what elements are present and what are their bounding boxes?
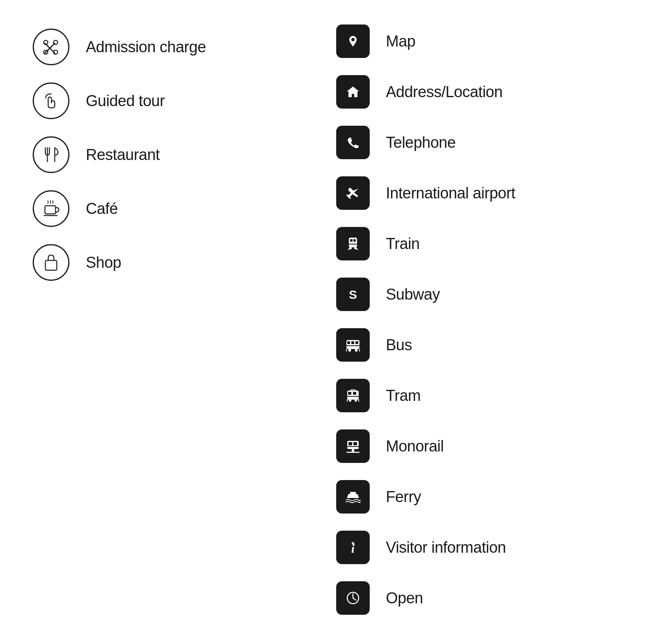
main-container: Admission charge Guided tour — [33, 24, 639, 627]
visitor-info-icon: i — [336, 531, 370, 564]
svg-rect-53 — [348, 442, 352, 445]
svg-rect-19 — [349, 238, 357, 247]
svg-point-35 — [348, 349, 351, 352]
tram-icon — [336, 379, 370, 412]
guided-tour-icon — [33, 82, 69, 119]
shop-icon — [33, 244, 69, 281]
list-item: Open — [336, 581, 640, 615]
subway-icon: S — [336, 278, 370, 311]
svg-rect-41 — [348, 392, 351, 395]
list-item: S Subway — [336, 278, 640, 311]
right-column: Map Address/Location Telep — [336, 24, 640, 627]
airport-icon — [336, 176, 370, 210]
svg-rect-59 — [350, 492, 356, 494]
ferry-label: Ferry — [386, 488, 421, 506]
svg-rect-31 — [347, 341, 350, 344]
svg-rect-12 — [45, 260, 57, 270]
address-label: Address/Location — [386, 83, 503, 101]
restaurant-icon — [33, 136, 69, 173]
list-item: Tram — [336, 379, 640, 412]
train-label: Train — [386, 235, 420, 253]
svg-point-14 — [351, 38, 355, 41]
bus-icon — [336, 328, 370, 362]
svg-text:S: S — [348, 288, 357, 301]
list-item: Restaurant — [33, 136, 336, 173]
guided-tour-label: Guided tour — [86, 92, 165, 110]
list-item: Admission charge — [33, 29, 336, 65]
subway-label: Subway — [386, 286, 440, 303]
list-item: Map — [336, 24, 640, 58]
list-item: Guided tour — [33, 82, 336, 119]
open-icon — [336, 581, 370, 615]
monorail-label: Monorail — [386, 438, 444, 455]
svg-rect-10 — [45, 206, 56, 214]
restaurant-label: Restaurant — [86, 146, 160, 164]
list-item: Train — [336, 227, 640, 260]
shop-label: Shop — [86, 254, 121, 271]
left-column: Admission charge Guided tour — [33, 24, 336, 627]
svg-point-45 — [355, 399, 357, 402]
map-label: Map — [386, 33, 415, 50]
svg-point-36 — [355, 349, 357, 352]
admission-charge-icon — [33, 29, 69, 65]
open-label: Open — [386, 589, 423, 607]
list-item: Telephone — [336, 126, 640, 159]
svg-rect-16 — [345, 134, 361, 151]
list-item: Café — [33, 190, 336, 227]
svg-rect-54 — [353, 442, 357, 445]
tram-label: Tram — [386, 387, 421, 405]
monorail-icon — [336, 429, 370, 463]
list-item: Bus — [336, 328, 640, 362]
cafe-label: Café — [86, 200, 118, 218]
admission-charge-label: Admission charge — [86, 38, 206, 56]
telephone-label: Telephone — [386, 134, 456, 151]
list-item: Ferry — [336, 480, 640, 514]
svg-rect-20 — [350, 239, 353, 242]
visitor-info-label: Visitor information — [386, 539, 506, 556]
map-icon — [336, 24, 370, 58]
svg-point-44 — [349, 399, 351, 402]
telephone-icon — [336, 126, 370, 159]
svg-rect-21 — [353, 239, 356, 242]
svg-rect-33 — [355, 341, 358, 344]
bus-label: Bus — [386, 336, 412, 354]
cafe-icon — [33, 190, 69, 227]
list-item: Shop — [33, 244, 336, 281]
address-icon — [336, 75, 370, 109]
list-item: Monorail — [336, 429, 640, 463]
train-icon — [336, 227, 370, 260]
svg-rect-42 — [353, 392, 356, 395]
airport-label: International airport — [386, 185, 516, 202]
list-item: Address/Location — [336, 75, 640, 109]
svg-point-62 — [352, 542, 354, 545]
list-item: i Visitor information — [336, 531, 640, 564]
ferry-icon — [336, 480, 370, 514]
list-item: International airport — [336, 176, 640, 210]
svg-rect-32 — [351, 341, 354, 344]
svg-point-4 — [54, 40, 58, 44]
